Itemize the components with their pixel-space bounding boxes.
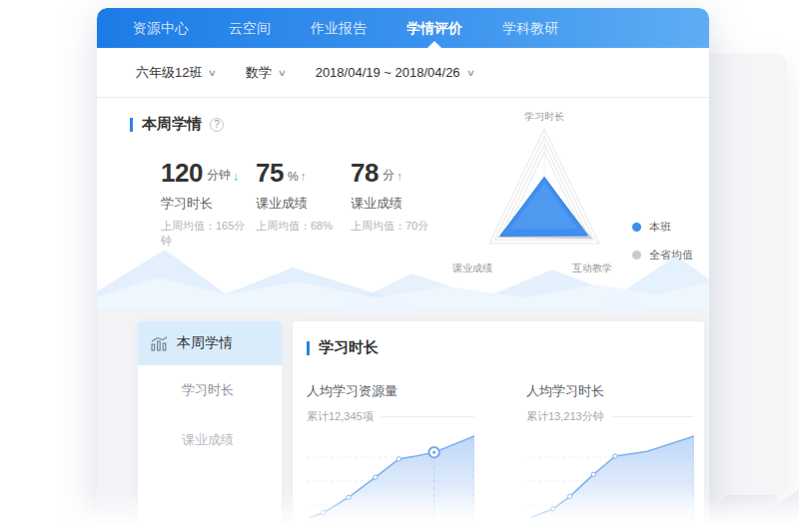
legend-item-class[interactable]: 本班 bbox=[632, 220, 693, 235]
chart-avg-duration: 人均学习时长 累计13,213分钟 bbox=[526, 382, 694, 529]
chevron-down-icon: ∨ bbox=[278, 68, 287, 78]
dashboard-card: 资源中心 云空间 作业报告 学情评价 学科教研 六年级12班 ∨ 数学 ∨ 20… bbox=[97, 8, 709, 532]
radar-legend: 本班 全省均值 bbox=[632, 220, 693, 275]
stat-study-duration: 120 分钟 ↓ 学习时长 上周均值：165分钟 bbox=[161, 160, 256, 249]
stat-value: 78 bbox=[351, 160, 379, 186]
radar-axis-coursework: 课业成绩 bbox=[452, 262, 492, 275]
chart-total: 累计13,213分钟 bbox=[526, 409, 604, 424]
section-title-row: 本周学情 ? bbox=[130, 115, 224, 134]
title-accent-bar bbox=[307, 341, 310, 355]
study-duration-panel: 学习时长 人均学习资源量 累计12,345项 人均学习时长 累计13,213分钟 bbox=[293, 321, 704, 532]
nav-tab-resource-center[interactable]: 资源中心 bbox=[113, 8, 209, 48]
sidebar: 本周学情 学习时长 课业成绩 bbox=[138, 321, 282, 532]
nav-tab-homework-report[interactable]: 作业报告 bbox=[291, 8, 387, 48]
chart-total: 累计12,345项 bbox=[307, 409, 374, 424]
divider bbox=[382, 416, 474, 417]
radar-axis-interactive-teaching: 互动教学 bbox=[572, 262, 612, 275]
chevron-down-icon: ∨ bbox=[208, 68, 217, 78]
stat-value: 120 bbox=[161, 160, 203, 186]
help-icon[interactable]: ? bbox=[210, 118, 224, 132]
stat-coursework-percent: 75 % ↑ 课业成绩 上周均值：68% bbox=[256, 160, 351, 249]
title-accent-bar bbox=[130, 118, 133, 132]
trend-up-icon: ↑ bbox=[397, 170, 402, 184]
panel-title: 学习时长 bbox=[319, 338, 379, 357]
legend-dot-blue bbox=[632, 223, 641, 232]
stat-unit: % bbox=[288, 170, 299, 184]
stat-unit: 分 bbox=[383, 167, 395, 184]
top-nav: 资源中心 云空间 作业报告 学情评价 学科教研 bbox=[97, 8, 709, 48]
area-chart-duration[interactable] bbox=[526, 433, 694, 529]
legend-item-province-average[interactable]: 全省均值 bbox=[632, 248, 693, 263]
stat-label: 课业成绩 bbox=[256, 195, 351, 213]
sidebar-item-study-duration[interactable]: 学习时长 bbox=[138, 365, 282, 415]
section-title: 本周学情 bbox=[142, 115, 202, 134]
legend-dot-gray bbox=[632, 251, 641, 260]
nav-tab-cloud-space[interactable]: 云空间 bbox=[209, 8, 291, 48]
chart-title: 人均学习时长 bbox=[526, 382, 694, 400]
class-select[interactable]: 六年级12班 ∨ bbox=[136, 64, 216, 82]
panel-title-row: 学习时长 bbox=[307, 338, 704, 357]
detail-section: 本周学情 学习时长 课业成绩 学习时长 人均学习资源量 累计12,345项 bbox=[97, 309, 709, 532]
radar-axis-study-duration: 学习时长 bbox=[434, 110, 654, 124]
weekly-overview-section: 本周学情 ? 120 分钟 ↓ 学习时长 上周均值：165分钟 75 % ↑ 课… bbox=[97, 98, 709, 309]
stat-last-week-avg: 上周均值：68% bbox=[256, 219, 351, 234]
charts-row: 人均学习资源量 累计12,345项 人均学习时长 累计13,213分钟 bbox=[307, 382, 704, 529]
trend-up-icon: ↑ bbox=[301, 170, 307, 184]
chart-title: 人均学习资源量 bbox=[307, 382, 474, 400]
stat-label: 课业成绩 bbox=[351, 195, 445, 213]
stat-label: 学习时长 bbox=[161, 195, 256, 213]
nav-tab-subject-research[interactable]: 学科教研 bbox=[482, 8, 578, 48]
stat-last-week-avg: 上周均值：165分钟 bbox=[161, 219, 256, 249]
stat-last-week-avg: 上周均值：70分 bbox=[351, 219, 445, 234]
trend-down-icon: ↓ bbox=[233, 170, 239, 184]
filter-bar: 六年级12班 ∨ 数学 ∨ 2018/04/19 ~ 2018/04/26 ∨ bbox=[97, 48, 709, 98]
radar-chart[interactable]: 学习时长 课业成绩 互动教学 bbox=[434, 110, 654, 284]
subject-select-value: 数学 bbox=[246, 64, 272, 82]
class-select-value: 六年级12班 bbox=[136, 64, 202, 82]
stat-value: 75 bbox=[256, 160, 284, 186]
nav-tab-learning-evaluation[interactable]: 学情评价 bbox=[387, 8, 482, 48]
chart-avg-resources: 人均学习资源量 累计12,345项 bbox=[307, 382, 474, 529]
stat-coursework-score: 78 分 ↑ 课业成绩 上周均值：70分 bbox=[351, 160, 445, 249]
divider bbox=[612, 416, 694, 417]
stat-unit: 分钟 bbox=[207, 167, 231, 184]
subject-select[interactable]: 数学 ∨ bbox=[246, 64, 286, 82]
stats-row: 120 分钟 ↓ 学习时长 上周均值：165分钟 75 % ↑ 课业成绩 上周均… bbox=[161, 160, 445, 249]
date-range-value: 2018/04/19 ~ 2018/04/26 bbox=[316, 65, 460, 80]
sidebar-item-weekly-overview[interactable]: 本周学情 bbox=[138, 321, 282, 365]
date-range-select[interactable]: 2018/04/19 ~ 2018/04/26 ∨ bbox=[316, 65, 474, 80]
chart-icon bbox=[151, 336, 168, 351]
area-chart-resources[interactable] bbox=[307, 433, 474, 529]
sidebar-item-coursework-score[interactable]: 课业成绩 bbox=[138, 415, 282, 465]
chevron-down-icon: ∨ bbox=[465, 68, 474, 78]
